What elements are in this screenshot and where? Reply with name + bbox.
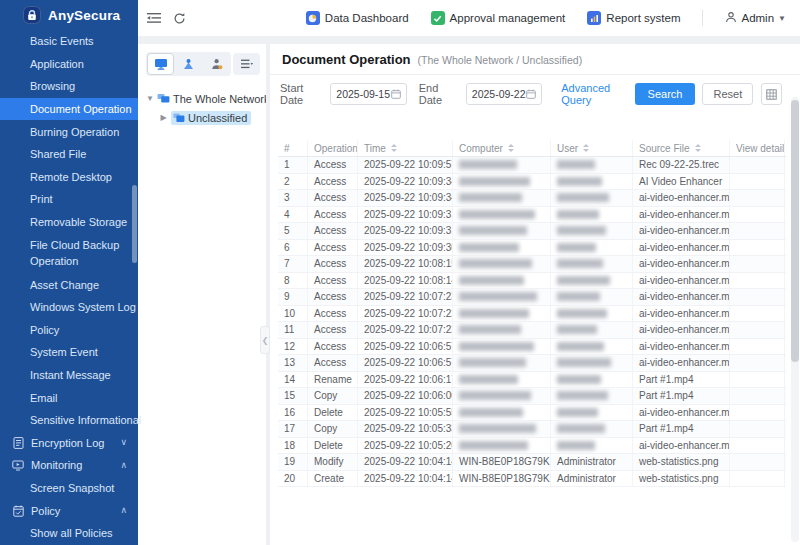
- cell-operation: Access: [308, 256, 358, 272]
- table-row[interactable]: 13Access2025-09-22 10:06:57ai-video-enha…: [278, 355, 786, 372]
- sidebar-item-label: Burning Operation: [30, 126, 119, 138]
- sidebar-item-system-event[interactable]: System Event: [0, 341, 138, 364]
- sidebar-item-application[interactable]: Application: [0, 53, 138, 76]
- report-system-link[interactable]: Report system: [587, 11, 680, 25]
- admin-menu[interactable]: Admin▼: [725, 11, 786, 25]
- column-header-: #: [278, 140, 308, 156]
- sidebar-item-screen-snapshot[interactable]: Screen Snapshot: [0, 477, 138, 500]
- sort-icon[interactable]: [695, 144, 701, 152]
- sidebar-item-print[interactable]: Print: [0, 188, 138, 211]
- cell-user: [551, 322, 633, 338]
- refresh-icon[interactable]: [173, 12, 186, 25]
- table-row[interactable]: 20Create2025-09-22 10:04:14WIN-B8E0P18G7…: [278, 471, 786, 488]
- sidebar-item-document-operation[interactable]: Document Operation: [0, 98, 138, 121]
- cell-computer: [453, 339, 551, 355]
- table-row[interactable]: 3Access2025-09-22 10:09:34ai-video-enhan…: [278, 190, 786, 207]
- redacted-computer: [459, 441, 528, 450]
- cell-computer: [453, 174, 551, 190]
- redacted-computer: [459, 210, 535, 219]
- cell-view-details: [730, 405, 785, 421]
- table-row[interactable]: 1Access2025-09-22 10:09:57Rec 09-22-25.t…: [278, 157, 786, 174]
- collapse-menu-icon[interactable]: [147, 12, 162, 24]
- sidebar-item-policy[interactable]: Policy∧: [0, 499, 138, 522]
- column-header-source-file[interactable]: Source File: [633, 140, 730, 156]
- table-row[interactable]: 7Access2025-09-22 10:08:15ai-video-enhan…: [278, 256, 786, 273]
- search-button[interactable]: Search: [635, 83, 696, 105]
- table-row[interactable]: 14Rename2025-09-22 10:06:17Part #1.mp4: [278, 372, 786, 389]
- tree-node-whole-network[interactable]: ▼ The Whole Network: [146, 89, 260, 108]
- table-row[interactable]: 10Access2025-09-22 10:07:22ai-video-enha…: [278, 306, 786, 323]
- users-tab[interactable]: [175, 53, 202, 75]
- column-header-computer[interactable]: Computer: [453, 140, 551, 156]
- cell-time: 2025-09-22 10:04:14: [358, 471, 453, 487]
- sidebar-item-email[interactable]: Email: [0, 386, 138, 409]
- table-scrollbar-thumb[interactable]: [791, 100, 799, 362]
- sidebar-item-file-cloud-backup-operation[interactable]: File Cloud Backup Operation: [0, 233, 138, 273]
- sort-icon[interactable]: [508, 144, 514, 152]
- table-scrollbar-track[interactable]: [791, 97, 799, 542]
- table-row[interactable]: 9Access2025-09-22 10:07:23ai-video-enhan…: [278, 289, 786, 306]
- sidebar-item-encryption-log[interactable]: Encryption Log∨: [0, 432, 138, 455]
- collapse-tree-handle[interactable]: ❮: [260, 326, 270, 354]
- approval-management-link[interactable]: Approval management: [431, 11, 566, 25]
- computers-tab[interactable]: [147, 53, 174, 75]
- table-row[interactable]: 11Access2025-09-22 10:07:22ai-video-enha…: [278, 322, 786, 339]
- roles-tab[interactable]: [203, 53, 230, 75]
- start-date-input[interactable]: 2025-09-15: [330, 83, 406, 105]
- table-row[interactable]: 5Access2025-09-22 10:09:31ai-video-enhan…: [278, 223, 786, 240]
- sidebar-item-removable-storage[interactable]: Removable Storage: [0, 211, 138, 234]
- table-row[interactable]: 17Copy2025-09-22 10:05:33Part #1.mp4: [278, 421, 786, 438]
- sidebar-item-remote-desktop[interactable]: Remote Desktop: [0, 166, 138, 189]
- table-row[interactable]: 19Modify2025-09-22 10:04:14WIN-B8E0P18G7…: [278, 454, 786, 471]
- table-row[interactable]: 4Access2025-09-22 10:09:31ai-video-enhan…: [278, 207, 786, 224]
- data-dashboard-link[interactable]: Data Dashboard: [306, 11, 409, 25]
- sidebar-scrollbar[interactable]: [132, 185, 137, 263]
- sidebar-item-monitoring[interactable]: Monitoring∧: [0, 454, 138, 477]
- table-row[interactable]: 15Copy2025-09-22 10:06:00Part #1.mp4: [278, 388, 786, 405]
- chevron-down-icon: ∨: [120, 438, 127, 447]
- column-settings-button[interactable]: [761, 83, 782, 105]
- sidebar-item-policy[interactable]: Policy: [0, 319, 138, 342]
- sidebar-item-basic-events[interactable]: Basic Events: [0, 30, 138, 53]
- sidebar-item-sensitive-informational[interactable]: Sensitive Informational: [0, 409, 138, 432]
- sidebar-item-windows-system-log[interactable]: Windows System Log: [0, 296, 138, 319]
- sidebar-item-asset-change[interactable]: Asset Change: [0, 273, 138, 296]
- sidebar-item-burning-operation[interactable]: Burning Operation: [0, 120, 138, 143]
- advanced-query-link[interactable]: Advanced Query: [561, 82, 634, 106]
- table-row[interactable]: 18Delete2025-09-22 10:05:20ai-video-enha…: [278, 438, 786, 455]
- reset-button[interactable]: Reset: [702, 83, 753, 105]
- cell-time: 2025-09-22 10:06:00: [358, 388, 453, 404]
- tree-panel: ▼ The Whole Network ▶ Unclassified: [138, 44, 266, 545]
- sidebar-item-instant-message[interactable]: Instant Message: [0, 364, 138, 387]
- cell-source-file: ai-video-enhancer.mp4: [633, 339, 730, 355]
- table-row[interactable]: 16Delete2025-09-22 10:05:55ai-video-enha…: [278, 405, 786, 422]
- list-options-button[interactable]: [233, 53, 260, 75]
- tree-node-unclassified[interactable]: ▶ Unclassified: [159, 108, 260, 127]
- column-header-user[interactable]: User: [551, 140, 633, 156]
- cell-operation: Rename: [308, 372, 358, 388]
- cell-source-file: ai-video-enhancer.mp4: [633, 207, 730, 223]
- redacted-user: [557, 160, 595, 169]
- sidebar-item-browsing[interactable]: Browsing: [0, 75, 138, 98]
- table-row[interactable]: 8Access2025-09-22 10:08:14ai-video-enhan…: [278, 273, 786, 290]
- column-header-time[interactable]: Time: [358, 140, 453, 156]
- sidebar-item-shared-file[interactable]: Shared File: [0, 143, 138, 166]
- monitor-play-icon: [12, 460, 24, 471]
- cell-computer: WIN-B8E0P18G79K: [453, 454, 551, 470]
- table-row[interactable]: 12Access2025-09-22 10:06:57ai-video-enha…: [278, 339, 786, 356]
- cell-source-file: AI Video Enhancer: [633, 174, 730, 190]
- cell-user: [551, 157, 633, 173]
- column-header-operation: Operation ...: [308, 140, 358, 156]
- cell-user: [551, 355, 633, 371]
- sidebar-item-label: Basic Events: [30, 35, 94, 47]
- cell-source-file: ai-video-enhancer.mp4: [633, 322, 730, 338]
- end-date-input[interactable]: 2025-09-22: [466, 83, 542, 105]
- table-row[interactable]: 2Access2025-09-22 10:09:34AI Video Enhan…: [278, 174, 786, 191]
- sidebar-item-show-all-policies[interactable]: Show all Policies: [0, 522, 138, 545]
- cell-time: 2025-09-22 10:08:15: [358, 256, 453, 272]
- sort-icon[interactable]: [391, 144, 397, 152]
- cell-source-file: ai-video-enhancer.mp4: [633, 405, 730, 421]
- sort-icon[interactable]: [583, 144, 589, 152]
- table-row[interactable]: 6Access2025-09-22 10:09:30ai-video-enhan…: [278, 240, 786, 257]
- computer-icon: [154, 58, 168, 70]
